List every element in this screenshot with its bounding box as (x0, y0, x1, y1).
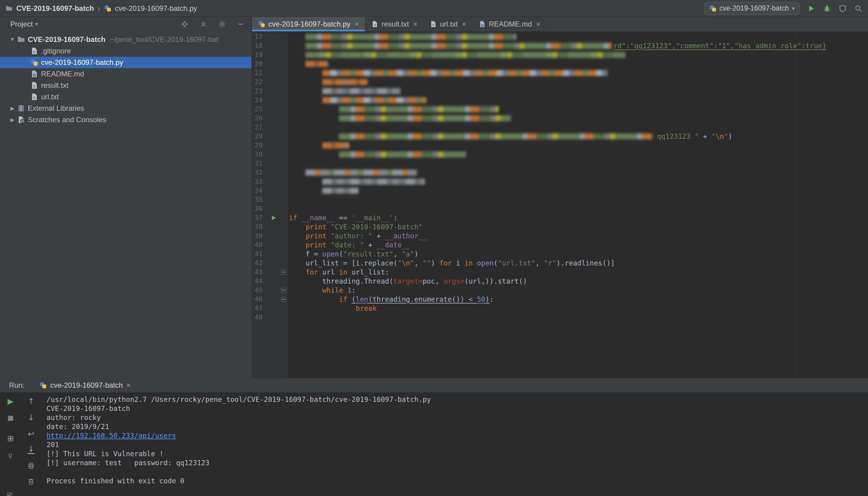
scroll-to-end-button[interactable]: ↓ (27, 445, 36, 454)
tree-item-label: result.txt (41, 81, 68, 90)
tree-item-readme-md[interactable]: README.md (0, 68, 252, 80)
fold-icon[interactable] (281, 270, 286, 275)
up-stack-button[interactable]: ↑ (27, 397, 36, 406)
run-tab[interactable]: cve-2019-16097-batch × (40, 381, 131, 389)
code-token: "CVE-2019-16097-batch" (331, 223, 423, 231)
run-config-selector[interactable]: cve-2019-16097-batch ▾ (704, 2, 800, 15)
rerun-button[interactable]: ▶ (6, 397, 15, 406)
code-text: rd":"qq123123","comment":"1","has_admin_… (287, 41, 868, 50)
code-text: while 1: (287, 286, 868, 295)
code-text (287, 50, 868, 59)
fold-icon[interactable] (281, 288, 286, 293)
tree-item-url-txt[interactable]: url.txt (0, 91, 252, 103)
line-number: 17 (255, 32, 263, 41)
editor[interactable]: 1718rd":"qq123123","comment":"1","has_ad… (252, 32, 868, 378)
console-link[interactable]: http://192.168.50.233/api/users (46, 431, 863, 440)
shield-icon (838, 4, 847, 13)
editor-line: 33 (252, 177, 868, 186)
editor-line: 40 print "date: " + __date__ (252, 241, 868, 249)
line-number: 47 (255, 304, 263, 313)
editor-lines: 1718rd":"qq123123","comment":"1","has_ad… (252, 32, 868, 378)
tab-cve-2019-16097-batch-py[interactable]: cve-2019-16097-batch.py× (252, 17, 365, 31)
restore-layout-button[interactable] (6, 434, 15, 443)
line-number: 22 (255, 78, 263, 87)
line-number: 44 (255, 277, 263, 286)
breadcrumb-project[interactable]: CVE-2019-16097-batch (16, 4, 94, 13)
line-number: 27 (255, 123, 263, 132)
code-token (289, 286, 322, 294)
code-token: target= (393, 277, 423, 285)
tab-result-txt[interactable]: result.txt× (365, 17, 424, 31)
stop-button[interactable]: ■ (6, 413, 15, 422)
print-button[interactable] (27, 461, 36, 470)
code-text: f = open("result.txt", "a") (287, 249, 868, 259)
clear-console-button[interactable] (27, 477, 36, 486)
close-icon[interactable]: × (355, 20, 359, 28)
editor-area: cve-2019-16097-batch.py×result.txt×url.t… (252, 17, 868, 378)
tree-item-scratches-and-consoles[interactable]: ▶Scratches and Consoles (0, 114, 252, 125)
tree-toggle-icon[interactable]: ▶ (7, 105, 17, 112)
tab-label: result.txt (381, 20, 409, 28)
tree-toggle-icon[interactable]: ▶ (7, 117, 17, 123)
editor-line: 38 print "CVE-2019-16097-batch" (252, 222, 868, 231)
line-number: 34 (255, 186, 263, 195)
down-arrow-icon: ↓ (28, 413, 34, 422)
editor-line: 23 (252, 87, 868, 96)
editor-line: 35 (252, 195, 868, 204)
tree-item-result-txt[interactable]: result.txt (0, 80, 252, 91)
search-everywhere-button[interactable] (854, 4, 863, 13)
redacted-code (322, 70, 608, 76)
tree-item-external-libraries[interactable]: ▶External Libraries (0, 103, 252, 114)
close-icon[interactable]: × (413, 20, 417, 28)
code-token: url_list = [i.replace( (289, 259, 397, 267)
close-icon[interactable]: × (462, 20, 466, 28)
project-panel-title[interactable]: Project (10, 20, 33, 28)
debug-button[interactable] (823, 4, 831, 13)
code-text (287, 105, 868, 114)
code-text (287, 168, 868, 177)
run-button[interactable] (807, 4, 816, 13)
code-text: break (287, 304, 868, 313)
tree-toggle-icon[interactable]: ▼ (7, 36, 17, 43)
code-text (287, 87, 868, 96)
gutter: 30 (252, 150, 287, 159)
coverage-button[interactable] (838, 4, 847, 13)
tree-item-gitignore[interactable]: .gitignore (0, 45, 252, 57)
scratch-icon (17, 116, 25, 123)
chevron-down-icon[interactable]: ▾ (35, 21, 38, 28)
tab-readme-md[interactable]: README.md× (473, 17, 547, 31)
md-icon (31, 70, 38, 78)
hide-panel-button[interactable] (237, 20, 245, 28)
file-icon (31, 47, 38, 55)
close-icon[interactable]: × (126, 382, 131, 389)
minimize-icon (237, 20, 245, 28)
tree-item-cve-2019-16097-batch[interactable]: ▼CVE-2019-16097-batch~/pene_tool/CVE-201… (0, 34, 252, 45)
code-text (287, 177, 868, 186)
right-margin-line (795, 32, 795, 378)
breadcrumb-file[interactable]: cve-2019-16097-batch.py (115, 4, 197, 13)
code-token: (url,)).start() (465, 277, 527, 285)
window-grid-icon[interactable] (5, 491, 15, 496)
console-line: /usr/local/bin/python2.7 /Users/rocky/pe… (46, 395, 863, 404)
pin-tab-button[interactable] (6, 452, 15, 461)
soft-wrap-button[interactable]: ↩ (27, 429, 36, 438)
redacted-code (305, 61, 328, 67)
locate-file-button[interactable] (181, 20, 189, 28)
line-number: 35 (255, 195, 263, 204)
code-token: qq123123 " (657, 133, 703, 140)
gutter: 41 (252, 249, 287, 259)
run-line-icon[interactable] (272, 215, 276, 220)
code-token: : (393, 214, 397, 222)
tab-url-txt[interactable]: url.txt× (424, 17, 473, 31)
panel-settings-button[interactable] (218, 20, 226, 28)
down-stack-button[interactable]: ↓ (27, 413, 36, 422)
gutter: 18 (252, 41, 287, 50)
code-token: "author: " (331, 232, 372, 240)
tree-item-cve-2019-16097-batch-py[interactable]: cve-2019-16097-batch.py (0, 57, 252, 68)
close-icon[interactable]: × (536, 20, 540, 28)
fold-icon[interactable] (281, 297, 286, 302)
collapse-all-button[interactable] (199, 20, 207, 28)
code-token: "" (423, 259, 431, 267)
code-text (287, 313, 868, 322)
gutter: 42 (252, 259, 287, 268)
